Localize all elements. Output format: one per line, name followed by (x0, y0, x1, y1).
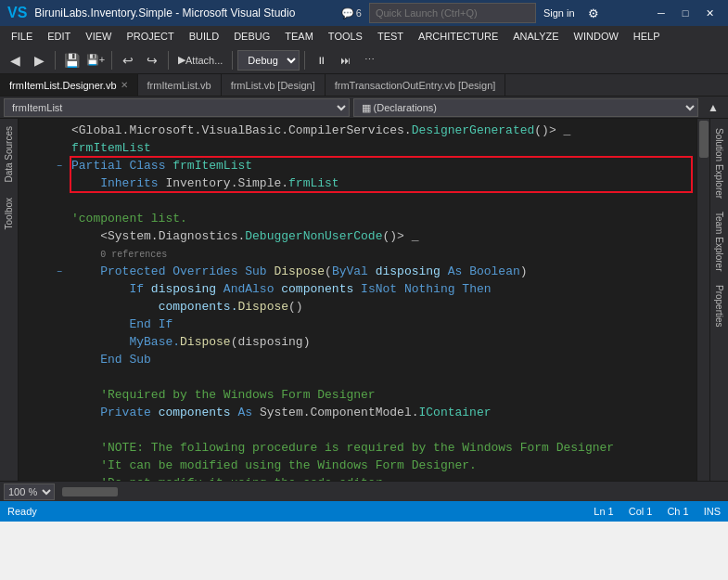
gutter-icon[interactable] (51, 193, 68, 211)
code-line: MyBase.Dispose(disposing) (19, 334, 696, 352)
more-btn[interactable]: ⋯ (358, 49, 380, 71)
right-sidebar: Solution Explorer Team Explorer Properti… (709, 119, 728, 481)
save-btn[interactable]: 💾 (60, 49, 83, 71)
undo-btn[interactable]: ↩ (117, 49, 139, 71)
code-text: If disposing AndAlso components IsNot No… (68, 281, 696, 299)
code-line: −Partial Class frmItemList (19, 158, 696, 175)
menu-edit[interactable]: EDIT (40, 26, 78, 46)
save-all-btn[interactable]: 💾+ (84, 49, 107, 71)
vertical-scrollbar[interactable] (696, 119, 709, 481)
code-text: <System.Diagnostics.DebuggerNonUserCode(… (68, 228, 696, 246)
redo-btn[interactable]: ↪ (141, 49, 163, 71)
close-button[interactable]: ✕ (698, 4, 721, 22)
gutter-icon[interactable] (51, 458, 68, 475)
gutter-icon[interactable] (51, 175, 68, 193)
gutter-icon[interactable]: − (51, 264, 68, 281)
gutter-icon[interactable] (51, 299, 68, 316)
code-text (68, 193, 696, 211)
gutter-icon[interactable] (51, 122, 68, 140)
settings-icon[interactable]: ⚙ (582, 4, 605, 22)
gutter-icon[interactable] (51, 369, 68, 387)
menu-file[interactable]: FILE (4, 26, 40, 46)
sign-in-link[interactable]: Sign in (543, 7, 575, 19)
member-dropdown[interactable]: ▦ (Declarations) (353, 98, 699, 117)
menu-window[interactable]: WINDOW (567, 26, 626, 46)
scroll-top-btn[interactable]: ▲ (702, 97, 724, 119)
nav-back-btn[interactable]: ◀ (4, 49, 26, 71)
gutter-icon[interactable] (51, 228, 68, 246)
gutter-icon[interactable] (51, 422, 68, 440)
gutter-icon[interactable] (51, 316, 68, 334)
code-text: 'Required by the Windows Form Designer (68, 387, 696, 405)
menu-debug[interactable]: DEBUG (226, 26, 277, 46)
code-text: 'It can be modified using the Windows Fo… (68, 458, 696, 475)
gutter-icon[interactable] (51, 334, 68, 352)
code-text (68, 369, 696, 387)
attach-btn[interactable]: ▶ Attach... (173, 49, 227, 71)
tab-frmitemlist-designer[interactable]: frmItemList.Designer.vb ✕ (0, 74, 138, 96)
sep5 (304, 51, 305, 70)
status-ln: Ln 1 (594, 506, 613, 517)
gutter-icon[interactable] (51, 211, 68, 228)
zoom-selector[interactable]: 100 % (4, 483, 55, 500)
code-line: frmItemList (19, 140, 696, 158)
line-number (19, 369, 51, 387)
menu-test[interactable]: TEST (370, 26, 411, 46)
minimize-button[interactable]: ─ (650, 4, 672, 22)
chat-icon: 💬 (341, 7, 354, 19)
title-bar: VS BiruniLabs.Inventory.Simple - Microso… (0, 0, 728, 26)
gutter-icon[interactable] (51, 405, 68, 422)
menu-help[interactable]: HELP (626, 26, 668, 46)
breakpoints-btn[interactable]: ⏸ (310, 49, 332, 71)
notification-area[interactable]: 💬 6 (341, 7, 362, 19)
step-btn[interactable]: ⏭ (334, 49, 356, 71)
code-editor[interactable]: <Global.Microsoft.VisualBasic.CompilerSe… (19, 119, 696, 481)
line-number (19, 299, 51, 316)
tab-frmtransaction-design[interactable]: frmTransactionOutEntry.vb [Design] (326, 74, 506, 96)
tab-label: frmItemList.vb (147, 80, 211, 91)
scrollbar-thumb[interactable] (699, 121, 709, 158)
tab-frmlist-design[interactable]: frmList.vb [Design] (222, 74, 326, 96)
status-ready: Ready (7, 506, 37, 517)
h-scrollbar-thumb[interactable] (62, 487, 118, 496)
code-text: Inherits Inventory.Simple.frmList (68, 175, 696, 193)
menu-tools[interactable]: TOOLS (321, 26, 370, 46)
menu-view[interactable]: VIEW (78, 26, 119, 46)
solution-explorer-panel[interactable]: Solution Explorer (712, 122, 726, 204)
code-line (19, 193, 696, 211)
sep2 (111, 51, 112, 70)
horizontal-scrollbar[interactable] (58, 485, 721, 498)
tab-frmitemlist[interactable]: frmItemList.vb (138, 74, 222, 96)
gutter-icon[interactable] (51, 246, 68, 264)
gutter-icon[interactable] (51, 475, 68, 481)
quick-launch-input[interactable] (369, 3, 536, 23)
code-line: 'NOTE: The following procedure is requir… (19, 440, 696, 458)
gutter-icon[interactable] (51, 387, 68, 405)
line-number (19, 122, 51, 140)
toolbox-panel[interactable]: Toolbox (2, 190, 16, 237)
line-number (19, 387, 51, 405)
menu-architecture[interactable]: ARCHITECTURE (411, 26, 505, 46)
gutter-icon[interactable] (51, 440, 68, 458)
restore-button[interactable]: □ (674, 4, 696, 22)
class-dropdown[interactable]: frmItemList (4, 98, 350, 117)
code-line: 0 references (19, 246, 696, 264)
code-text: MyBase.Dispose(disposing) (68, 334, 696, 352)
menu-analyze[interactable]: ANALYZE (505, 26, 566, 46)
gutter-icon[interactable] (51, 140, 68, 158)
nav-fwd-btn[interactable]: ▶ (28, 49, 50, 71)
gutter-icon[interactable]: − (51, 158, 68, 175)
menu-build[interactable]: BUILD (182, 26, 226, 46)
gutter-icon[interactable] (51, 352, 68, 369)
line-number (19, 352, 51, 369)
menu-team[interactable]: TEAM (277, 26, 321, 46)
properties-panel[interactable]: Properties (712, 279, 726, 333)
tab-close-icon[interactable]: ✕ (121, 80, 128, 90)
data-sources-panel[interactable]: Data Sources (2, 119, 16, 190)
menu-project[interactable]: PROJECT (119, 26, 181, 46)
line-number (19, 264, 51, 281)
gutter-icon[interactable] (51, 281, 68, 299)
team-explorer-panel[interactable]: Team Explorer (712, 206, 726, 277)
debug-dropdown[interactable]: Debug (237, 50, 300, 71)
line-number (19, 228, 51, 246)
